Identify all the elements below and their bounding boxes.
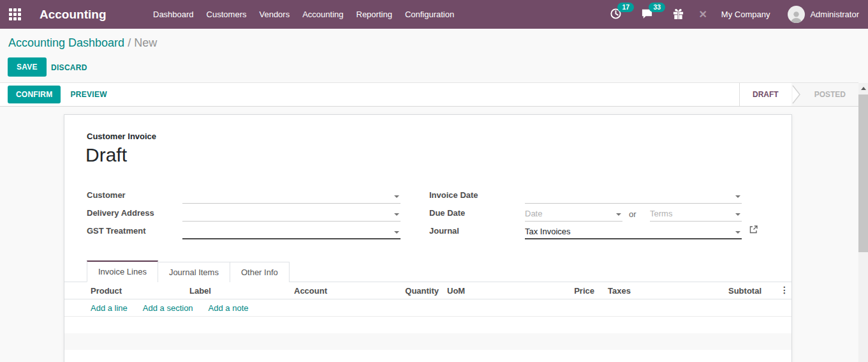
user-menu[interactable]: Administrator [788, 6, 859, 23]
menu-customers[interactable]: Customers [200, 0, 253, 29]
menu-vendors[interactable]: Vendors [253, 0, 296, 29]
message-count-badge: 33 [649, 3, 665, 12]
avatar [788, 6, 805, 23]
empty-row [64, 350, 791, 362]
invoice-date-field[interactable] [525, 190, 742, 204]
crossed-tools-icon[interactable]: ✕ [698, 8, 707, 20]
tab-journal-items[interactable]: Journal Items [158, 262, 230, 282]
menu-dashboard[interactable]: Dashboard [147, 0, 200, 29]
breadcrumb: Accounting Dashboard / New [8, 36, 157, 50]
customer-label: Customer [87, 190, 126, 200]
app-title[interactable]: Accounting [40, 8, 147, 22]
customer-input[interactable] [182, 190, 401, 204]
activities-button[interactable]: 17 [610, 8, 622, 22]
payment-terms-field[interactable] [650, 208, 742, 222]
table-add-row: Add a line Add a section Add a note [64, 299, 791, 317]
column-taxes[interactable]: Taxes [608, 286, 631, 296]
document-type-label: Customer Invoice [87, 132, 156, 141]
column-subtotal[interactable]: Subtotal [696, 286, 761, 296]
state-widget: DRAFT POSTED [739, 83, 858, 106]
add-section-link[interactable]: Add a section [143, 303, 193, 313]
caret-down-icon[interactable] [735, 213, 740, 216]
apps-menu-button[interactable] [0, 0, 29, 29]
due-date-input[interactable] [525, 208, 622, 222]
delivery-address-input[interactable] [182, 208, 401, 222]
menu-configuration[interactable]: Configuration [399, 0, 460, 29]
add-line-link[interactable]: Add a line [91, 303, 128, 313]
company-switcher[interactable]: My Company [721, 10, 770, 19]
column-account[interactable]: Account [294, 286, 327, 296]
gst-treatment-input[interactable] [182, 226, 401, 239]
empty-row [64, 333, 791, 350]
payment-terms-input[interactable] [650, 208, 742, 222]
delivery-address-field[interactable] [182, 208, 401, 222]
invoice-lines-header: Product Label Account Quantity UoM Price… [64, 282, 791, 299]
discard-button[interactable]: DISCARD [51, 63, 87, 72]
breadcrumb-current: New [134, 36, 157, 49]
invoice-date-label: Invoice Date [429, 190, 478, 200]
confirm-button[interactable]: CONFIRM [8, 86, 61, 103]
navbar-right: 17 33 ✕ My Company Administrator [610, 6, 868, 23]
caret-down-icon[interactable] [394, 231, 399, 234]
record-state-title: Draft [85, 144, 127, 166]
column-label[interactable]: Label [189, 286, 211, 296]
activity-count-badge: 17 [617, 3, 634, 12]
gift-icon [672, 8, 684, 22]
external-link-icon[interactable] [749, 225, 758, 236]
column-options-icon[interactable]: ⋮ [780, 285, 789, 295]
vertical-scrollbar[interactable] [858, 83, 868, 362]
column-product[interactable]: Product [91, 286, 122, 296]
gst-treatment-field[interactable] [182, 226, 401, 239]
column-uom[interactable]: UoM [447, 286, 465, 296]
main-menu: Dashboard Customers Vendors Accounting R… [147, 0, 460, 29]
save-button[interactable]: SAVE [8, 57, 47, 77]
delivery-address-label: Delivery Address [87, 208, 154, 218]
journal-field[interactable] [525, 226, 742, 239]
apps-grid-icon [9, 8, 21, 20]
due-date-date-field[interactable] [525, 208, 622, 222]
state-posted[interactable]: POSTED [802, 83, 858, 106]
scroll-up-button[interactable] [858, 83, 868, 94]
form-statusbar: CONFIRM PREVIEW DRAFT POSTED [0, 82, 858, 107]
notebook-tabs: Invoice Lines Journal Items Other Info [64, 260, 791, 282]
column-quantity[interactable]: Quantity [383, 286, 439, 296]
invoice-form-card: Customer Invoice Draft Customer Delivery… [64, 114, 792, 362]
invoice-date-input[interactable] [525, 190, 742, 204]
caret-down-icon[interactable] [394, 213, 399, 216]
due-date-or-text: or [629, 209, 636, 219]
gift-button[interactable] [672, 8, 684, 22]
state-arrow-separator [791, 83, 802, 106]
menu-reporting[interactable]: Reporting [350, 0, 399, 29]
customer-field[interactable] [182, 190, 401, 204]
user-name: Administrator [810, 10, 859, 19]
breadcrumb-separator: / [128, 36, 131, 49]
state-draft[interactable]: DRAFT [740, 83, 791, 106]
column-price[interactable]: Price [543, 286, 594, 296]
breadcrumb-parent-link[interactable]: Accounting Dashboard [8, 36, 124, 49]
gst-treatment-label: GST Treatment [87, 226, 145, 236]
tab-other-info[interactable]: Other Info [230, 262, 290, 282]
messages-button[interactable]: 33 [641, 8, 653, 22]
due-date-label: Due Date [429, 208, 465, 218]
caret-down-icon[interactable] [735, 195, 740, 198]
scroll-up-arrow-icon [861, 87, 866, 90]
preview-button[interactable]: PREVIEW [70, 90, 107, 99]
menu-accounting[interactable]: Accounting [296, 0, 349, 29]
empty-row [64, 317, 791, 333]
add-note-link[interactable]: Add a note [209, 303, 249, 313]
journal-label: Journal [429, 226, 459, 236]
tab-invoice-lines[interactable]: Invoice Lines [87, 260, 158, 282]
caret-down-icon[interactable] [735, 231, 740, 234]
caret-down-icon[interactable] [394, 195, 399, 198]
top-navbar: Accounting Dashboard Customers Vendors A… [0, 0, 868, 29]
caret-down-icon[interactable] [616, 213, 621, 216]
journal-input[interactable] [525, 226, 742, 239]
scrollbar-thumb[interactable] [858, 94, 868, 252]
